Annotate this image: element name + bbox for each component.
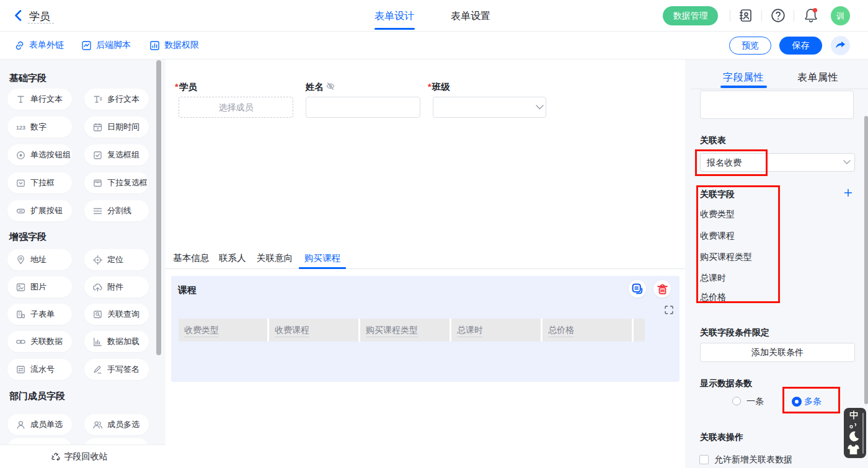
svg-text:123: 123 — [16, 124, 25, 130]
